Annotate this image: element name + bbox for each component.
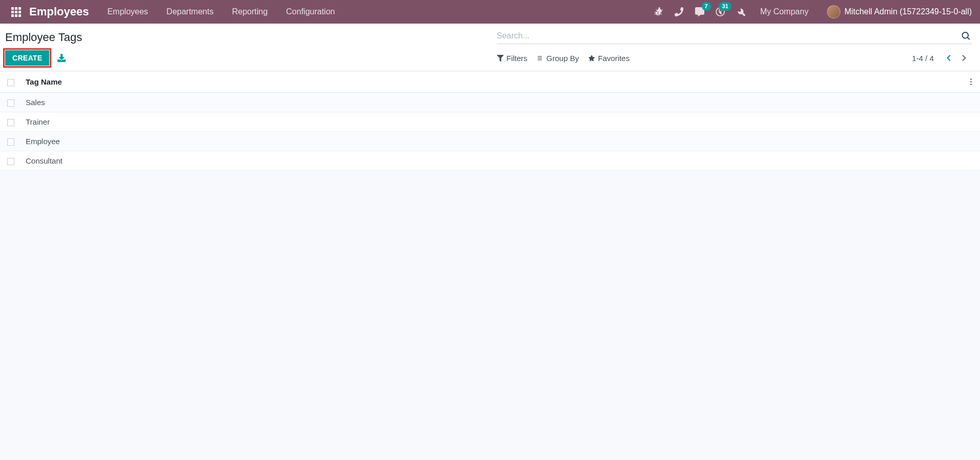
- apps-launcher-icon[interactable]: [6, 4, 26, 20]
- app-brand[interactable]: Employees: [26, 3, 98, 21]
- favorites-button[interactable]: Favorites: [588, 54, 630, 63]
- pager-next[interactable]: [956, 52, 972, 64]
- table-row[interactable]: Sales: [0, 93, 980, 112]
- select-all-checkbox[interactable]: [7, 79, 14, 86]
- table-row[interactable]: Trainer: [0, 112, 980, 132]
- table-row[interactable]: Consultant: [0, 151, 980, 171]
- create-button[interactable]: CREATE: [5, 50, 49, 66]
- activities-badge: 31: [719, 2, 731, 11]
- bug-icon[interactable]: [648, 0, 669, 24]
- phone-icon[interactable]: [669, 0, 689, 24]
- pager-text[interactable]: 1-4 / 4: [912, 54, 934, 63]
- cell-tag-name: Consultant: [22, 151, 962, 171]
- activities-icon[interactable]: 31: [710, 0, 731, 24]
- nav-departments[interactable]: Departments: [157, 5, 223, 18]
- cell-tag-name: Employee: [22, 132, 962, 151]
- nav-reporting[interactable]: Reporting: [223, 5, 277, 18]
- top-navbar: Employees Employees Departments Reportin…: [0, 0, 980, 24]
- messages-icon[interactable]: 7: [689, 0, 710, 24]
- favorites-label: Favorites: [598, 54, 630, 63]
- row-checkbox[interactable]: [7, 138, 14, 146]
- groupby-label: Group By: [546, 54, 579, 63]
- page-title: Employee Tags: [5, 31, 82, 44]
- row-checkbox[interactable]: [7, 119, 14, 126]
- search-icon[interactable]: [959, 32, 972, 40]
- search-box: [497, 29, 972, 44]
- user-menu[interactable]: Mitchell Admin (15722349-15-0-all): [818, 3, 973, 21]
- tools-icon[interactable]: [731, 0, 751, 24]
- row-checkbox[interactable]: [7, 99, 14, 107]
- control-panel: Employee Tags CREATE Filters Group By: [0, 24, 980, 71]
- avatar: [827, 5, 840, 18]
- column-options-icon[interactable]: [966, 77, 976, 86]
- filters-label: Filters: [507, 54, 528, 63]
- table-row[interactable]: Employee: [0, 132, 980, 151]
- nav-employees[interactable]: Employees: [98, 5, 157, 18]
- list-view: Tag Name Sales Trainer Employee: [0, 71, 980, 171]
- pager-prev[interactable]: [941, 52, 956, 64]
- search-input[interactable]: [497, 31, 960, 41]
- user-name: Mitchell Admin (15722349-15-0-all): [844, 7, 972, 16]
- filters-button[interactable]: Filters: [497, 54, 528, 63]
- cell-tag-name: Sales: [22, 93, 962, 112]
- export-button[interactable]: [54, 52, 69, 64]
- row-checkbox[interactable]: [7, 158, 14, 165]
- cell-tag-name: Trainer: [22, 112, 962, 132]
- column-header-tag-name[interactable]: Tag Name: [22, 71, 962, 93]
- nav-configuration[interactable]: Configuration: [277, 5, 344, 18]
- groupby-button[interactable]: Group By: [536, 54, 579, 63]
- company-switcher[interactable]: My Company: [751, 5, 818, 18]
